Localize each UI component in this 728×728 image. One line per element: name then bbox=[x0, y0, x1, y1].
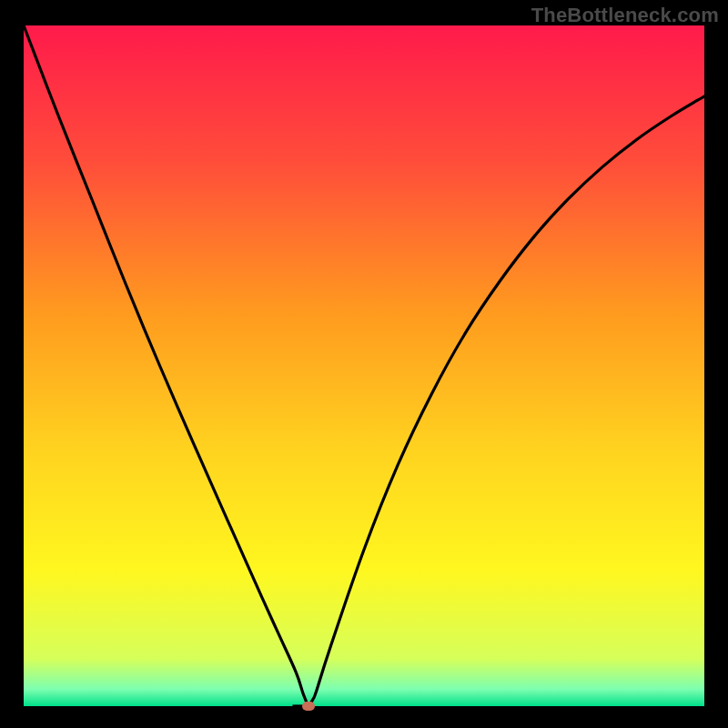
chart-frame: TheBottleneck.com bbox=[0, 0, 728, 728]
optimum-marker bbox=[302, 702, 315, 711]
watermark-text: TheBottleneck.com bbox=[531, 4, 719, 27]
bottleneck-plot bbox=[24, 25, 704, 706]
plot-background bbox=[24, 25, 704, 706]
